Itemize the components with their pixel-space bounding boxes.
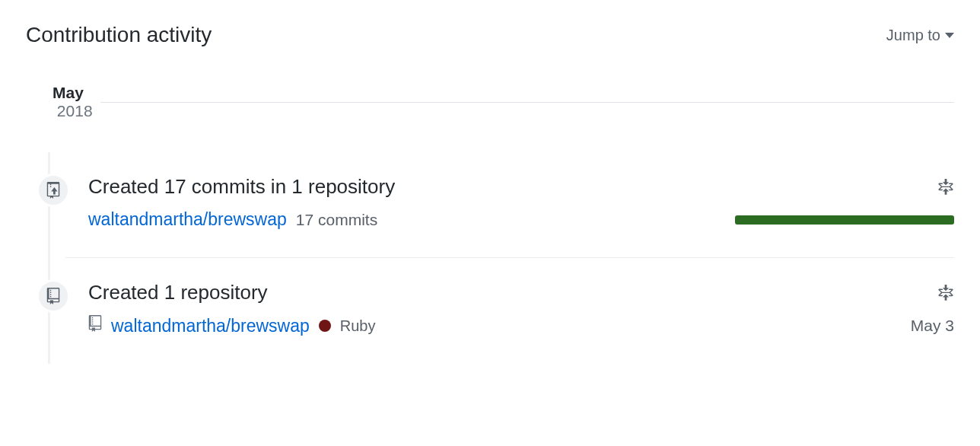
caret-down-icon bbox=[945, 33, 954, 38]
repo-icon bbox=[37, 279, 70, 313]
fold-icon[interactable] bbox=[937, 179, 954, 196]
divider bbox=[100, 102, 954, 103]
language-label: Ruby bbox=[340, 317, 376, 335]
page-title: Contribution activity bbox=[26, 23, 212, 47]
activity-created-repo: Created 1 repository waltandmartha/brews… bbox=[65, 257, 954, 364]
fold-icon[interactable] bbox=[937, 285, 954, 301]
month-name: May bbox=[52, 84, 84, 101]
activity-commits: Created 17 commits in 1 repository walta… bbox=[65, 152, 954, 257]
repo-link[interactable]: waltandmartha/brewswap bbox=[111, 316, 310, 336]
repo-link[interactable]: waltandmartha/brewswap bbox=[88, 209, 287, 230]
month-header: May 2018 bbox=[26, 65, 954, 139]
commits-count[interactable]: 17 commits bbox=[296, 211, 377, 229]
repo-push-icon bbox=[37, 174, 70, 207]
created-date: May 3 bbox=[911, 317, 954, 335]
activity-title: Created 17 commits in 1 repository bbox=[88, 175, 395, 199]
jump-to-label: Jump to bbox=[886, 27, 940, 44]
jump-to-dropdown[interactable]: Jump to bbox=[886, 27, 954, 44]
month-year: 2018 bbox=[57, 102, 93, 119]
activity-title: Created 1 repository bbox=[88, 281, 268, 304]
commits-progress-bar bbox=[735, 215, 954, 225]
language-color-dot bbox=[319, 320, 331, 332]
repo-small-icon bbox=[88, 315, 102, 336]
